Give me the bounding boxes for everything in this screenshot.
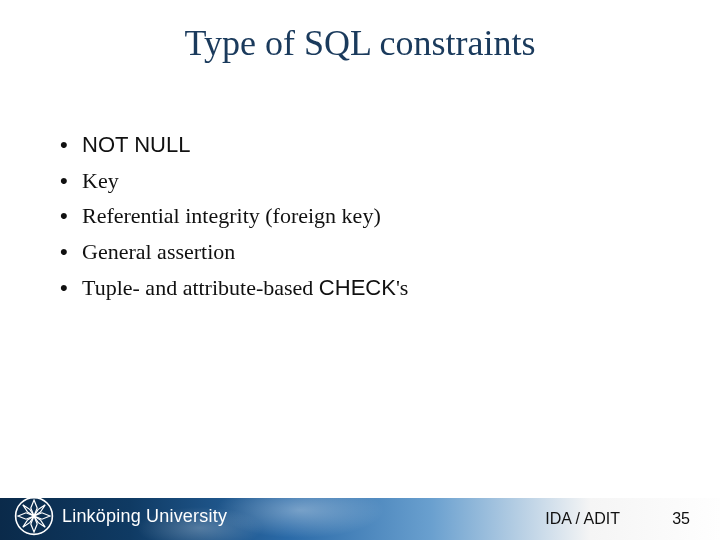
- bullet-text-sans: NOT NULL: [82, 132, 190, 157]
- page-number: 35: [672, 510, 690, 528]
- list-item: • General assertion: [60, 237, 660, 267]
- bullet-icon: •: [60, 237, 82, 267]
- bullet-text: Key: [82, 166, 660, 196]
- list-item: • NOT NULL: [60, 130, 660, 160]
- bullet-icon: •: [60, 201, 82, 231]
- bullet-text-serif: Key: [82, 168, 119, 193]
- list-item: • Referential integrity (foreign key): [60, 201, 660, 231]
- list-item: • Tuple- and attribute-based CHECK's: [60, 273, 660, 303]
- bullet-icon: •: [60, 130, 82, 160]
- seal-icon: [14, 496, 54, 536]
- bullet-text-sans: CHECK: [319, 275, 396, 300]
- footer: Linköping University IDA / ADIT 35: [0, 480, 720, 540]
- slide: Type of SQL constraints • NOT NULL • Key…: [0, 0, 720, 540]
- bullet-list: • NOT NULL • Key • Referential integrity…: [60, 130, 660, 308]
- bullet-text-serif-a: Tuple- and attribute-based: [82, 275, 319, 300]
- bullet-icon: •: [60, 166, 82, 196]
- bullet-text: NOT NULL: [82, 130, 660, 160]
- bullet-text: General assertion: [82, 237, 660, 267]
- footer-label: IDA / ADIT: [545, 510, 620, 528]
- bullet-text: Referential integrity (foreign key): [82, 201, 660, 231]
- slide-title: Type of SQL constraints: [0, 22, 720, 64]
- bullet-text-serif: Referential integrity (foreign key): [82, 203, 381, 228]
- bullet-text-serif: General assertion: [82, 239, 235, 264]
- bullet-icon: •: [60, 273, 82, 303]
- university-name: Linköping University: [62, 506, 227, 527]
- bullet-text: Tuple- and attribute-based CHECK's: [82, 273, 660, 303]
- list-item: • Key: [60, 166, 660, 196]
- bullet-text-serif-c: 's: [396, 275, 409, 300]
- university-logo: Linköping University: [14, 492, 227, 540]
